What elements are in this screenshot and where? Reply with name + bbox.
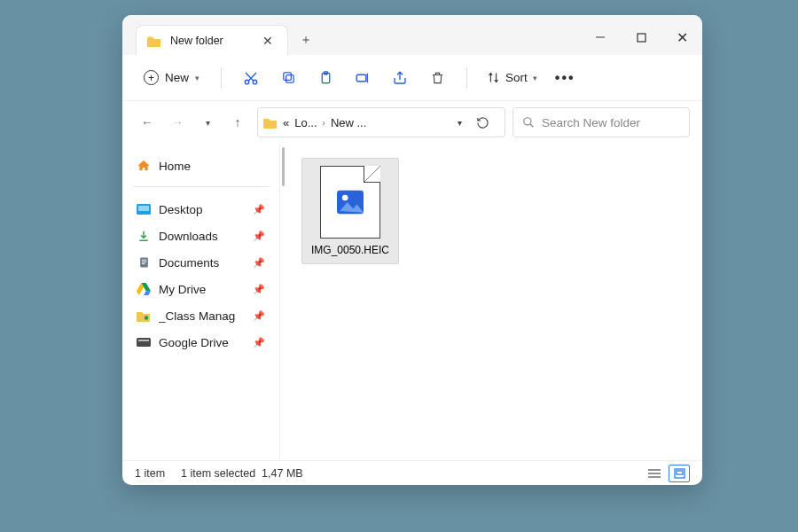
refresh-button[interactable]: [476, 116, 499, 129]
svg-rect-17: [137, 338, 151, 347]
titlebar: New folder ✕ ＋ ✕: [122, 15, 702, 55]
search-box[interactable]: Search New folder: [512, 107, 690, 137]
sidebar-item-desktop[interactable]: Desktop 📌: [129, 196, 272, 223]
copy-button[interactable]: [271, 62, 305, 94]
svg-rect-12: [140, 258, 148, 268]
sort-icon: [487, 71, 500, 84]
maximize-button[interactable]: [621, 22, 661, 52]
svg-point-20: [342, 195, 348, 201]
desktop-icon: [137, 202, 151, 216]
explorer-window: New folder ✕ ＋ ✕ + New ▾: [122, 15, 702, 485]
svg-rect-18: [138, 340, 149, 341]
folder-icon: [147, 35, 161, 47]
sidebar-item-label: Downloads: [159, 230, 218, 243]
pin-icon: 📌: [253, 231, 265, 242]
file-item[interactable]: IMG_0050.HEIC: [301, 158, 399, 264]
svg-rect-13: [141, 260, 145, 261]
documents-icon: [137, 255, 151, 270]
close-button[interactable]: ✕: [661, 22, 702, 52]
share-button[interactable]: [383, 62, 417, 94]
drive-icon: [137, 282, 151, 296]
sidebar-item-label: Google Drive: [159, 336, 229, 349]
body: Home Desktop 📌 Downloads 📌 Documents 📌 M…: [122, 144, 702, 460]
image-icon: [332, 184, 368, 220]
new-button[interactable]: + New ▾: [135, 65, 208, 90]
sidebar-item-label: My Drive: [159, 283, 206, 296]
pin-icon: 📌: [253, 204, 265, 215]
home-icon: [137, 159, 151, 173]
sidebar: Home Desktop 📌 Downloads 📌 Documents 📌 M…: [122, 144, 280, 460]
sidebar-item-home[interactable]: Home: [129, 153, 272, 179]
sidebar-item-label: _Class Manag: [159, 309, 235, 323]
chevron-down-icon: ▾: [533, 74, 537, 82]
rename-button[interactable]: [346, 62, 379, 94]
search-placeholder: Search New folder: [542, 116, 640, 129]
svg-point-9: [524, 118, 531, 125]
new-tab-button[interactable]: ＋: [293, 27, 318, 52]
svg-rect-25: [677, 471, 683, 474]
nav-arrows: ← → ▾ ↑: [135, 110, 250, 135]
tab-title: New folder: [170, 35, 246, 47]
file-thumbnail: [320, 166, 380, 239]
pin-icon: 📌: [253, 337, 265, 348]
svg-rect-15: [141, 263, 145, 264]
search-icon: [522, 116, 535, 129]
toolbar: + New ▾ Sort ▾ •••: [122, 55, 702, 101]
address-bar[interactable]: « Lo... › New ... ▾: [257, 107, 505, 137]
sidebar-item-label: Desktop: [159, 203, 203, 216]
svg-point-16: [145, 316, 148, 319]
svg-rect-5: [283, 73, 291, 81]
folder-drive-icon: [137, 309, 151, 323]
status-selected: 1 item selected 1,47 MB: [181, 467, 303, 480]
svg-rect-4: [286, 75, 293, 83]
details-view-button[interactable]: [644, 465, 665, 482]
pin-icon: 📌: [253, 310, 265, 322]
folder-icon: [263, 116, 278, 129]
breadcrumb-seg[interactable]: New ...: [331, 116, 366, 129]
svg-rect-11: [138, 206, 149, 211]
svg-point-2: [245, 80, 249, 84]
sort-button[interactable]: Sort ▾: [480, 66, 544, 90]
status-count: 1 item: [135, 467, 165, 480]
cut-button[interactable]: [234, 62, 268, 94]
breadcrumb-seg[interactable]: Lo...: [294, 116, 317, 129]
sidebar-item-class[interactable]: _Class Manag 📌: [129, 302, 272, 329]
file-name: IMG_0050.HEIC: [311, 244, 389, 256]
sidebar-item-downloads[interactable]: Downloads 📌: [129, 223, 272, 249]
address-dropdown[interactable]: ▾: [448, 118, 471, 128]
chevron-right-icon: ›: [323, 118, 325, 128]
status-bar: 1 item 1 item selected 1,47 MB: [122, 460, 702, 485]
more-button[interactable]: •••: [548, 65, 583, 91]
chevron-down-icon: ▾: [195, 74, 200, 82]
pin-icon: 📌: [253, 284, 265, 295]
address-row: ← → ▾ ↑ « Lo... › New ... ▾ Search New f…: [122, 101, 702, 144]
sort-label: Sort: [505, 71, 528, 84]
breadcrumb-prefix: «: [283, 116, 289, 129]
tab-active[interactable]: New folder ✕: [136, 25, 288, 55]
window-controls: ✕: [580, 22, 702, 52]
up-button[interactable]: ↑: [225, 110, 250, 135]
recent-button[interactable]: ▾: [195, 110, 220, 135]
minimize-button[interactable]: [580, 22, 621, 52]
new-button-label: New: [165, 71, 189, 84]
harddrive-icon: [137, 335, 151, 349]
file-pane[interactable]: IMG_0050.HEIC: [286, 144, 702, 460]
sidebar-item-label: Documents: [159, 256, 219, 270]
tab-close-button[interactable]: ✕: [255, 28, 280, 53]
separator: [221, 67, 222, 89]
pin-icon: 📌: [253, 257, 265, 269]
svg-rect-14: [141, 262, 145, 262]
sidebar-item-mydrive[interactable]: My Drive 📌: [129, 276, 272, 302]
separator: [466, 67, 467, 89]
sidebar-item-documents[interactable]: Documents 📌: [129, 249, 272, 276]
back-button[interactable]: ←: [135, 110, 160, 135]
sidebar-item-googledrive[interactable]: Google Drive 📌: [129, 329, 272, 356]
sidebar-separator: [133, 186, 269, 187]
forward-button[interactable]: →: [165, 110, 190, 135]
plus-circle-icon: +: [144, 70, 159, 85]
icons-view-button[interactable]: [669, 465, 690, 482]
sidebar-item-label: Home: [159, 160, 191, 173]
paste-button[interactable]: [309, 62, 342, 94]
svg-rect-8: [356, 74, 366, 82]
delete-button[interactable]: [420, 62, 454, 94]
